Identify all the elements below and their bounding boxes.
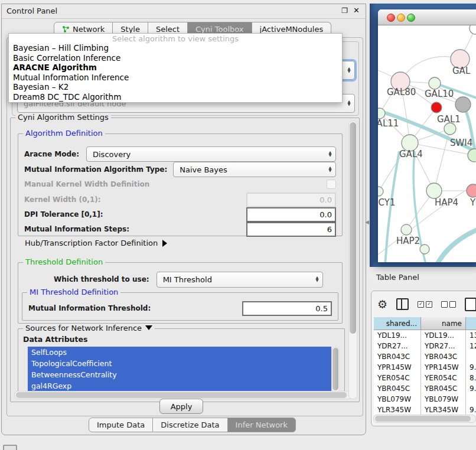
function-builder-icon[interactable] [465,298,476,311]
threshold-definition-legend: Threshold Definition [23,257,105,266]
data-attributes-list[interactable]: SelfLoopsTopologicalCoefficientBetweenne… [28,347,331,392]
mi-steps-field[interactable]: 6 [246,222,336,237]
table-row[interactable]: YLR345WYLR345W9. [374,405,476,415]
table-cell: YDR27... [374,341,421,351]
bottom-left-panel-icon[interactable] [3,445,17,450]
mi-threshold-label: Mutual Information Threshold: [28,304,151,312]
manual-kernel-checkbox[interactable] [327,180,336,189]
node-label: GAL4 [399,149,423,159]
table-row[interactable]: YPR145WYPR145W9. [374,362,476,373]
algorithm-option[interactable]: Dream8 DC_TDC Algorithm [9,92,342,102]
mac-zoom-button[interactable] [407,14,415,22]
network-canvas[interactable]: GALGAL80GAL10GAL11GAL1SWI4GAL4GCY1HAP4YH… [378,25,476,262]
data-attributes-label: Data Attributes [23,335,87,344]
attribute-item[interactable]: SelfLoops [28,347,331,358]
table-row[interactable]: YBL079WYBL079W [374,394,476,405]
network-node-gcy1[interactable] [378,187,383,196]
network-node[interactable] [420,244,429,254]
algorithm-option[interactable]: Bayesian – Hill Climbing [9,43,342,53]
network-edge-thick[interactable] [436,228,476,262]
attribute-item[interactable]: TopologicalCoefficient [28,358,331,369]
table-panel-window: ⚙ ✓✓ shared...nameYDL19...YDL19...13YDR2… [371,291,476,426]
settings-horizontal-scrollbar[interactable] [14,391,352,399]
node-label: GAL1 [437,114,461,125]
table-cell: YER054C [374,373,421,383]
settings-legend: Cyni Algorithm Settings [15,113,111,122]
network-window-titlebar[interactable] [378,9,476,25]
table-cell: YBR045C [421,383,466,394]
table-row[interactable]: YBR045CYBR045C9. [374,383,476,394]
table-horizontal-scrollbar[interactable] [373,415,476,423]
algorithm-prompt: Select algorithm to view settings [9,34,342,43]
cyni-bottom-tabbar: Impute DataDiscretize DataInfer Network [89,418,296,432]
mi-algorithm-type-combo[interactable]: Naive Bayes ▲▼ [173,162,336,177]
node-label: SWI4 [450,138,472,148]
sources-legend[interactable]: Sources for Network Inference [23,324,155,332]
mac-close-button[interactable] [387,14,395,22]
table-cell: 9. [466,383,476,394]
gear-icon[interactable]: ⚙ [377,298,387,310]
deselect-all-checkboxes-icon[interactable] [441,301,456,308]
attributes-scrollbar[interactable] [331,347,340,393]
column-header[interactable]: name [421,317,466,330]
aracne-mode-combo[interactable]: Discovery ▲▼ [86,146,336,162]
network-node[interactable] [470,25,476,34]
table-cell: 13 [466,330,476,341]
hub-definition-toggle[interactable]: Hub/Transcription Factor Definition [25,239,167,247]
float-window-icon[interactable]: ❐ [341,6,348,15]
table-row[interactable]: YDL19...YDL19...13 [374,330,476,341]
bottom-tab-impute-data[interactable]: Impute Data [89,418,153,432]
expand-right-icon [162,240,167,247]
threshold-definition-group: Threshold Definition Which threshold to … [18,262,343,324]
bottom-tab-infer-network[interactable]: Infer Network [228,418,296,432]
close-icon[interactable]: ✕ [353,6,360,15]
mi-threshold-field[interactable]: 0.5 [242,301,332,316]
table-row[interactable]: YDR27...YDR27...12 [374,341,476,351]
select-all-checkboxes-icon[interactable]: ✓✓ [418,301,432,308]
network-node[interactable] [431,102,442,113]
algorithm-option[interactable]: Basic Correlation Inference [9,53,342,63]
node-label: HAP2 [396,236,420,246]
columns-icon[interactable] [396,298,409,310]
which-threshold-combo[interactable]: MI Threshold ▲▼ [157,272,323,288]
network-node-y[interactable] [467,184,476,197]
which-threshold-label: Which threshold to use: [54,275,149,283]
network-node-hap2[interactable] [401,224,412,235]
table-cell: YBR043C [421,351,466,362]
table-cell: 8. [466,373,476,383]
dpi-tolerance-field[interactable]: 0.0 [246,207,336,222]
network-node[interactable] [455,97,471,112]
panel-divider-arrow-icon[interactable]: ◀ [365,219,369,225]
node-table: shared...nameYDL19...YDL19...13YDR27...Y… [374,317,476,415]
network-node-gal1[interactable] [444,123,456,135]
combo-stepper-icon: ▲▼ [325,162,335,177]
network-node-gal11[interactable] [378,108,385,119]
table-cell: 12 [466,341,476,351]
table-row[interactable]: YBR043CYBR043C [374,351,476,362]
algorithm-option[interactable]: Bayesian – K2 [9,82,342,92]
table-cell: YDL19... [421,330,466,341]
apply-button[interactable]: Apply [159,399,203,414]
settings-vertical-scrollbar[interactable] [348,120,357,399]
table-cell: YER054C [421,373,466,383]
mac-minimize-button[interactable] [397,14,405,22]
algorithm-option[interactable]: ARACNE Algorithm [9,63,342,73]
bottom-tab-discretize-data[interactable]: Discretize Data [153,418,227,432]
manual-kernel-label: Manual Kernel Width Definition [24,180,149,188]
column-header[interactable]: shared... [374,317,421,330]
column-header[interactable] [466,317,476,330]
combo-stepper-icon: ▲▼ [325,147,335,161]
table-panel-title: Table Panel [376,273,419,282]
network-node-hap4[interactable] [426,183,442,198]
table-toolbar: ⚙ ✓✓ [377,296,476,312]
algorithm-definition-group: Algorithm Definition Aracne Mode: Discov… [18,133,343,236]
table-row[interactable]: YER054CYER054C8. [374,373,476,383]
combo-stepper-icon: ▲▼ [312,272,322,287]
attribute-item[interactable]: gal4RGexp [28,380,331,392]
kernel-width-field[interactable]: 0.0 [246,193,336,207]
attribute-item[interactable]: BetweennessCentrality [28,369,331,380]
algorithm-option[interactable]: Mutual Information Inference [9,73,342,83]
mi-type-label: Mutual Information Algorithm Type: [24,165,167,174]
network-node-swi4[interactable] [468,149,476,162]
network-node-gal10[interactable] [429,77,441,89]
